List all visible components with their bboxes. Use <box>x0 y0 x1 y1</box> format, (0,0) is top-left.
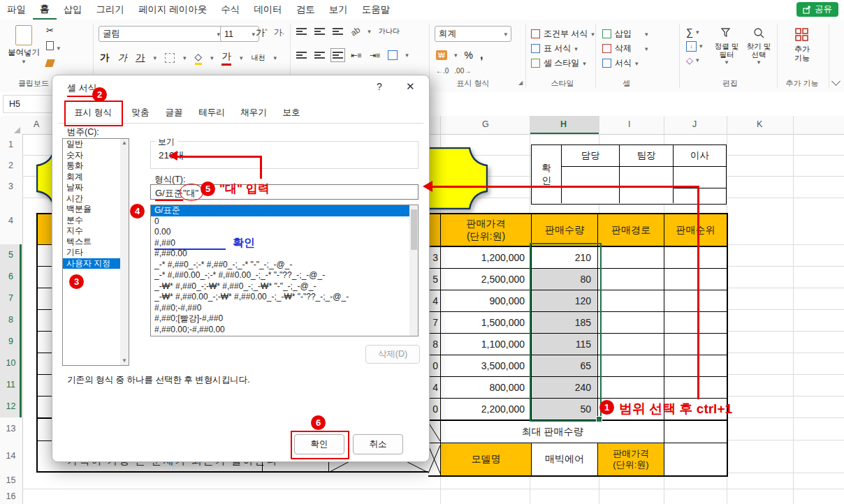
format-cells-button[interactable]: 서식▾ <box>602 56 648 71</box>
cut-button[interactable]: ✂ <box>46 25 54 36</box>
approval-col-timjang[interactable]: 팀장 <box>619 145 673 167</box>
find-select-button[interactable]: 찾기 및 선택 ▾ <box>743 27 774 66</box>
format-item[interactable]: #,##0;[빨강]-#,##0 <box>151 313 418 325</box>
orientation-button[interactable]: ab <box>349 24 362 38</box>
align-left-icon[interactable] <box>296 50 307 60</box>
align-center-icon[interactable] <box>314 50 325 60</box>
diagonal-cell[interactable] <box>428 421 440 443</box>
row-header-10[interactable]: 10 <box>0 353 22 374</box>
header-channel[interactable]: 판매경로 <box>597 214 664 246</box>
model-label-cell[interactable]: 모델명 <box>440 443 531 475</box>
category-item[interactable]: 숫자 <box>63 150 129 161</box>
format-item-selected[interactable]: G/표준 <box>151 205 418 216</box>
menu-tab-review[interactable]: 검토 <box>289 1 322 19</box>
channel-cell[interactable] <box>597 247 664 268</box>
row-header-11[interactable]: 11 <box>0 374 22 396</box>
column-header-G[interactable]: G <box>482 119 489 129</box>
cancel-button[interactable]: 취소 <box>353 434 403 454</box>
increase-decimal-button[interactable]: ←.0 <box>436 67 449 75</box>
partial-cell[interactable]: 0 <box>428 399 440 420</box>
scroll-thumb[interactable] <box>411 209 417 250</box>
increase-indent-icon[interactable]: ⇥≡ <box>370 51 381 60</box>
format-item[interactable]: 0 <box>151 216 418 228</box>
price-cell[interactable]: 3,500,000 <box>440 355 531 376</box>
category-item[interactable]: 일반 <box>63 139 129 150</box>
grow-font-button[interactable]: 가^ <box>256 27 268 39</box>
category-scrollbar[interactable]: ▲ ▼ <box>120 139 129 365</box>
align-top-icon[interactable] <box>296 27 307 36</box>
copy-button[interactable]: ▾ <box>46 40 60 53</box>
format-item[interactable]: #,##0 <box>151 238 418 249</box>
font-size-select[interactable]: 11▾ <box>220 26 259 42</box>
menu-tab-insert[interactable]: 삽입 <box>57 1 89 19</box>
rank-cell[interactable] <box>664 334 727 355</box>
channel-cell[interactable] <box>597 334 664 355</box>
format-painter-button[interactable] <box>46 57 54 70</box>
row-header-15[interactable]: 15 <box>0 473 22 489</box>
align-right-icon[interactable] <box>333 50 343 60</box>
category-item[interactable]: 텍스트 <box>63 237 129 248</box>
select-all-corner[interactable] <box>14 127 20 133</box>
category-item[interactable]: 날짜 <box>63 182 129 193</box>
rank-cell[interactable] <box>664 290 727 311</box>
rank-cell[interactable] <box>664 355 727 376</box>
rank-cell[interactable] <box>664 312 727 333</box>
tab-protection[interactable]: 보호 <box>277 103 306 121</box>
sort-filter-button[interactable]: 정렬 및 필터 ▾ <box>711 27 742 66</box>
category-item[interactable]: 분수 <box>63 215 129 226</box>
align-bottom-icon[interactable] <box>333 27 343 36</box>
clear-button[interactable]: ◇▾ <box>686 53 703 67</box>
header-rank[interactable]: 판매순위 <box>664 214 727 246</box>
category-item[interactable]: 회계 <box>63 172 129 183</box>
font-name-select[interactable]: 굴림▾ <box>99 26 224 42</box>
menu-tab-data[interactable]: 데이터 <box>247 1 289 19</box>
model-value-cell[interactable]: 매빅에어 <box>531 443 597 475</box>
align-middle-icon[interactable] <box>314 27 325 36</box>
price-label-cell[interactable]: 판매가격(단위:원) <box>597 443 664 475</box>
max-qty-cell[interactable]: 최대 판매수량 <box>440 421 664 443</box>
format-item[interactable]: _-₩* #,##0_-;-₩* #,##0_-;_-₩* "-"_-;_-@_… <box>151 281 418 292</box>
wrap-text-button[interactable]: 가나다 <box>379 27 400 36</box>
format-listbox[interactable]: G/표준 0 0.00 #,##0 #,##0.00 _-* #,##0_-;-… <box>150 205 419 336</box>
row-header-14[interactable]: 14 <box>0 440 22 473</box>
paste-button[interactable]: 붙여넣기 ▾ <box>7 25 41 65</box>
delete-format-button[interactable]: 삭제(D) <box>365 345 420 364</box>
category-item[interactable]: 통화 <box>63 161 129 172</box>
borders-icon[interactable] <box>165 53 175 63</box>
format-item[interactable]: 0.00 <box>151 227 418 238</box>
row-header-9[interactable]: 9 <box>0 331 22 353</box>
price-cell[interactable]: 2,200,000 <box>440 399 531 420</box>
bold-button[interactable]: 가 <box>100 52 110 64</box>
tab-alignment[interactable]: 맞춤 <box>126 103 155 121</box>
close-icon[interactable]: ✕ <box>406 80 415 93</box>
scroll-down-icon[interactable]: ▼ <box>120 357 129 365</box>
approval-sign-cell[interactable] <box>561 167 619 203</box>
column-header-I[interactable]: I <box>628 119 630 129</box>
cell-styles-button[interactable]: 셀 스타일▾ <box>531 56 595 71</box>
scroll-up-icon[interactable]: ▲ <box>120 139 129 147</box>
format-item[interactable]: #,##0.00 <box>151 249 418 260</box>
menu-tab-view[interactable]: 보기 <box>322 1 355 19</box>
partial-cell[interactable]: 7 <box>428 312 440 333</box>
ruby-button[interactable]: 내천 <box>252 53 265 63</box>
column-header-K[interactable]: K <box>757 119 762 129</box>
approval-col-isa[interactable]: 이사 <box>673 145 726 167</box>
category-item-selected[interactable]: 사용자 지정 <box>63 258 129 269</box>
rank-cell[interactable] <box>664 377 727 398</box>
underline-button[interactable]: 가 <box>136 52 145 64</box>
comma-style-button[interactable]: , <box>480 49 483 61</box>
partial-cell[interactable]: 4 <box>428 377 440 398</box>
column-header-A[interactable]: A <box>34 119 39 129</box>
tab-font[interactable]: 글꼴 <box>159 103 189 121</box>
rank-cell[interactable] <box>664 269 727 290</box>
row-header-2[interactable]: 2 <box>0 155 22 176</box>
menu-tab-draw[interactable]: 그리기 <box>89 1 132 19</box>
italic-button[interactable]: 가 <box>118 52 128 64</box>
font-color-button[interactable]: 가 <box>221 50 231 66</box>
row-header-16[interactable]: 16 <box>0 489 22 504</box>
percent-style-button[interactable]: % <box>465 50 473 61</box>
number-dialog-launcher-icon[interactable]: ◢ <box>518 80 523 86</box>
header-price[interactable]: 판매가격(단위:원) <box>440 214 531 246</box>
row-header-7[interactable]: 7 <box>0 288 22 309</box>
format-as-table-button[interactable]: 표 서식▾ <box>531 41 595 56</box>
